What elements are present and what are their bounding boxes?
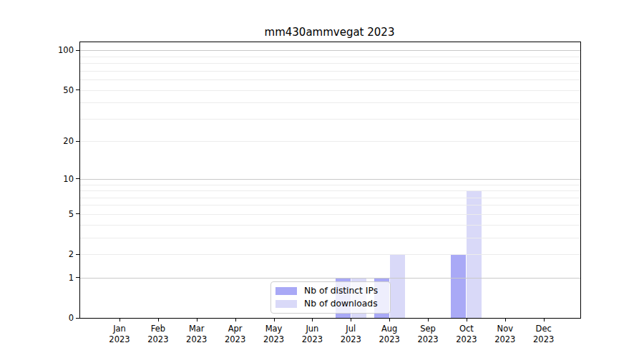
minor-gridline bbox=[80, 198, 580, 198]
y-tick-label: 50 bbox=[31, 85, 74, 95]
x-tick-mark bbox=[119, 319, 120, 321]
x-tick-label: May2023 bbox=[254, 324, 294, 345]
x-tick-label: Aug2023 bbox=[369, 324, 409, 345]
x-tick-mark bbox=[235, 319, 236, 321]
major-gridline bbox=[80, 278, 580, 279]
x-tick-label: Jan2023 bbox=[99, 324, 140, 345]
bar-downloads bbox=[390, 254, 405, 318]
minor-gridline bbox=[80, 119, 580, 120]
x-tick-label: Mar2023 bbox=[177, 324, 217, 345]
minor-gridline bbox=[80, 190, 580, 191]
x-tick-label: Sep2023 bbox=[408, 324, 448, 345]
x-tick-mark bbox=[544, 319, 545, 321]
legend-item-distinct-ips: Nb of distinct IPs bbox=[275, 286, 390, 296]
bar-distinct-ips bbox=[451, 254, 466, 318]
legend: Nb of distinct IPs Nb of downloads bbox=[270, 281, 391, 314]
x-tick-label: Jun2023 bbox=[292, 324, 332, 345]
x-tick-mark bbox=[312, 319, 313, 321]
legend-item-downloads: Nb of downloads bbox=[275, 299, 390, 309]
x-tick-label: Feb2023 bbox=[138, 324, 178, 345]
y-tick-mark bbox=[76, 178, 79, 179]
downloads-swatch-icon bbox=[275, 300, 297, 308]
minor-gridline bbox=[80, 71, 580, 72]
y-tick-mark bbox=[76, 318, 79, 319]
y-tick-mark bbox=[76, 254, 79, 255]
x-tick-mark bbox=[274, 319, 275, 321]
y-tick-label: 100 bbox=[31, 45, 74, 55]
y-tick-label: 2 bbox=[31, 249, 74, 259]
minor-gridline bbox=[80, 90, 580, 91]
x-tick-label: Jul2023 bbox=[331, 324, 371, 345]
x-tick-mark bbox=[197, 319, 197, 321]
x-tick-label: Dec2023 bbox=[524, 324, 564, 345]
x-tick-label: Nov2023 bbox=[485, 324, 525, 345]
x-tick-label: Apr2023 bbox=[215, 324, 255, 345]
legend-label-downloads: Nb of downloads bbox=[304, 299, 378, 309]
legend-label-distinct-ips: Nb of distinct IPs bbox=[304, 286, 378, 296]
x-tick-mark bbox=[467, 319, 467, 321]
plot-area: 0125102050100 Jan2023Feb2023Mar2023Apr20… bbox=[79, 42, 581, 319]
y-tick-label: 10 bbox=[31, 174, 74, 184]
minor-gridline bbox=[80, 63, 580, 64]
distinct-ips-swatch-icon bbox=[275, 287, 297, 295]
bar-downloads bbox=[467, 190, 482, 318]
y-tick-label: 5 bbox=[31, 209, 74, 219]
y-tick-mark bbox=[76, 141, 79, 142]
minor-gridline bbox=[80, 141, 580, 142]
x-tick-mark bbox=[389, 319, 390, 321]
x-tick-label: Oct2023 bbox=[447, 324, 487, 345]
x-tick-mark bbox=[505, 319, 506, 321]
x-tick-mark bbox=[158, 319, 159, 321]
y-tick-label: 0 bbox=[31, 313, 74, 323]
y-tick-label: 20 bbox=[31, 136, 74, 146]
y-tick-mark bbox=[76, 213, 79, 214]
minor-gridline bbox=[80, 102, 580, 103]
minor-gridline bbox=[80, 79, 580, 80]
y-tick-mark bbox=[76, 90, 79, 90]
minor-gridline bbox=[80, 238, 580, 238]
y-tick-mark bbox=[76, 277, 79, 278]
figure: mm430ammvegat 2023 0125102050100 Jan2023… bbox=[0, 0, 644, 358]
minor-gridline bbox=[80, 205, 580, 205]
chart-title: mm430ammvegat 2023 bbox=[79, 26, 580, 39]
x-tick-mark bbox=[428, 319, 429, 321]
major-gridline bbox=[80, 50, 580, 51]
minor-gridline bbox=[80, 225, 580, 226]
minor-gridline bbox=[80, 214, 580, 215]
minor-gridline bbox=[80, 57, 580, 57]
minor-gridline bbox=[80, 254, 580, 255]
x-tick-mark bbox=[351, 319, 351, 321]
y-tick-label: 1 bbox=[31, 273, 74, 283]
major-gridline bbox=[80, 179, 580, 180]
minor-gridline bbox=[80, 185, 580, 185]
y-tick-mark bbox=[76, 50, 79, 51]
